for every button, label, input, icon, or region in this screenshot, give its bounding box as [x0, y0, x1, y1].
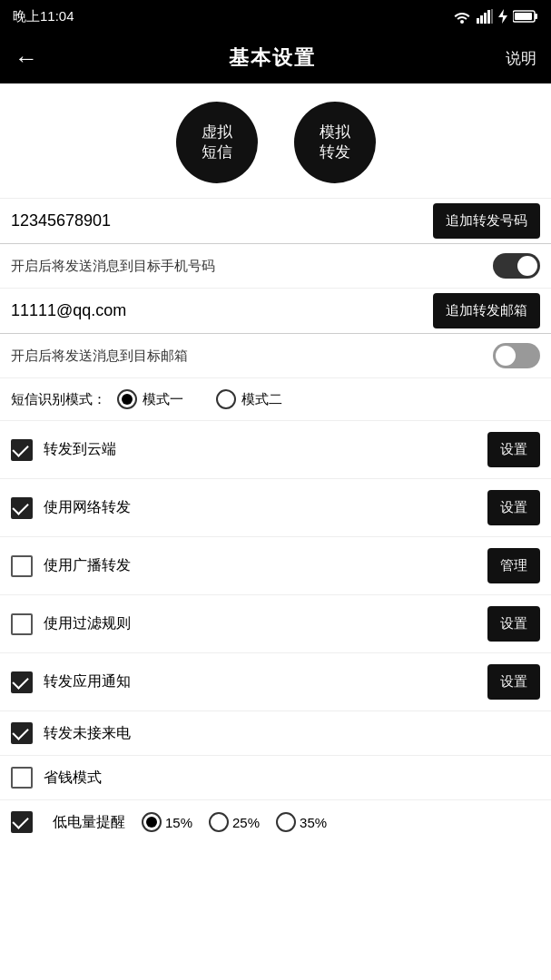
radio-dot-mode1: [122, 394, 133, 405]
tab-row: 虚拟短信 模拟转发: [0, 83, 551, 199]
battery-option-25[interactable]: 25%: [209, 812, 260, 832]
header: ← 基本设置 说明: [0, 33, 551, 83]
check-row-filter: 使用过滤规则 设置: [0, 595, 551, 653]
tab-simulated-forward[interactable]: 模拟转发: [294, 102, 376, 183]
status-bar: 晚上11:04: [0, 0, 551, 33]
signal-icon: [477, 9, 493, 24]
back-button[interactable]: ←: [15, 44, 38, 73]
btn-network[interactable]: 设置: [487, 490, 540, 525]
check-row-cloud: 转发到云端 设置: [0, 421, 551, 479]
status-icons: [453, 9, 538, 24]
email-toggle[interactable]: [493, 343, 540, 368]
btn-appnotify[interactable]: 设置: [487, 664, 540, 700]
email-toggle-row: 开启后将发送消息到目标邮箱: [0, 334, 551, 378]
check-row-network: 使用网络转发 设置: [0, 479, 551, 537]
phone-toggle-thumb: [517, 256, 537, 276]
sms-mode-row: 短信识别模式： 模式一 模式二: [0, 378, 551, 421]
check-label-missedcall: 转发未接来电: [44, 724, 540, 743]
checkbox-broadcast[interactable]: [11, 555, 33, 577]
checkbox-cloud[interactable]: [11, 439, 33, 461]
btn-broadcast[interactable]: 管理: [487, 548, 540, 583]
check-label-filter: 使用过滤规则: [44, 614, 487, 633]
check-label-appnotify: 转发应用通知: [44, 672, 487, 691]
svg-rect-1: [480, 15, 483, 24]
check-row-broadcast: 使用广播转发 管理: [0, 537, 551, 595]
radio-label-mode1: 模式一: [143, 391, 183, 408]
battery-icon: [513, 9, 538, 24]
charge-icon: [498, 9, 507, 24]
page-title: 基本设置: [229, 44, 316, 72]
email-input-row: 追加转发邮箱: [0, 289, 551, 334]
battery-label: 低电量提醒: [53, 813, 125, 832]
radio-mode2[interactable]: 模式二: [216, 389, 282, 409]
svg-rect-0: [477, 18, 479, 24]
radio-circle-35: [276, 812, 296, 832]
tab-virtual-sms[interactable]: 虚拟短信: [176, 102, 258, 183]
email-toggle-thumb: [496, 346, 516, 366]
radio-circle-mode1: [117, 389, 137, 409]
phone-toggle-track: [493, 253, 540, 279]
phone-toggle-label: 开启后将发送消息到目标手机号码: [11, 258, 493, 275]
battery-option-15[interactable]: 15%: [142, 812, 192, 832]
check-row-appnotify: 转发应用通知 设置: [0, 653, 551, 711]
svg-rect-3: [487, 10, 490, 24]
svg-rect-4: [491, 9, 493, 24]
status-time: 晚上11:04: [13, 8, 74, 25]
check-label-cloud: 转发到云端: [44, 440, 487, 459]
add-phone-button[interactable]: 追加转发号码: [433, 203, 540, 239]
email-input[interactable]: [11, 292, 426, 329]
radio-dot-15: [146, 817, 157, 828]
radio-circle-mode2: [216, 389, 236, 409]
battery-option-35[interactable]: 35%: [276, 812, 327, 832]
checkbox-filter[interactable]: [11, 613, 33, 635]
battery-label-35: 35%: [300, 815, 327, 830]
check-label-broadcast: 使用广播转发: [44, 556, 487, 575]
battery-label-25: 25%: [232, 815, 260, 830]
checkbox-savemode[interactable]: [11, 767, 33, 789]
radio-circle-15: [142, 812, 162, 832]
help-button[interactable]: 说明: [506, 48, 536, 69]
check-row-savemode: 省钱模式: [0, 756, 551, 800]
phone-toggle[interactable]: [493, 253, 540, 279]
battery-label-15: 15%: [165, 815, 192, 830]
email-toggle-track: [493, 343, 540, 368]
checkbox-appnotify[interactable]: [11, 671, 33, 693]
checkbox-missedcall[interactable]: [11, 722, 33, 744]
check-label-network: 使用网络转发: [44, 498, 487, 517]
phone-input-row: 追加转发号码: [0, 199, 551, 244]
email-toggle-label: 开启后将发送消息到目标邮箱: [11, 348, 493, 365]
radio-circle-25: [209, 812, 229, 832]
btn-filter[interactable]: 设置: [487, 606, 540, 642]
phone-input[interactable]: [11, 202, 426, 240]
svg-rect-7: [515, 13, 532, 20]
radio-mode1[interactable]: 模式一: [117, 389, 183, 409]
check-label-savemode: 省钱模式: [44, 769, 540, 788]
add-email-button[interactable]: 追加转发邮箱: [433, 293, 540, 328]
svg-rect-2: [484, 13, 487, 24]
checkbox-network[interactable]: [11, 497, 33, 519]
checkbox-battery[interactable]: [11, 811, 33, 833]
battery-alert-row: 低电量提醒 15% 25% 35%: [0, 800, 551, 844]
btn-cloud[interactable]: 设置: [487, 432, 540, 467]
wifi-icon: [453, 9, 471, 24]
check-row-missedcall: 转发未接来电: [0, 711, 551, 756]
svg-rect-6: [535, 14, 537, 19]
phone-toggle-row: 开启后将发送消息到目标手机号码: [0, 244, 551, 289]
sms-mode-label: 短信识别模式：: [11, 391, 106, 408]
radio-label-mode2: 模式二: [241, 391, 282, 408]
main-content: 追加转发号码 开启后将发送消息到目标手机号码 追加转发邮箱 开启后将发送消息到目…: [0, 199, 551, 844]
